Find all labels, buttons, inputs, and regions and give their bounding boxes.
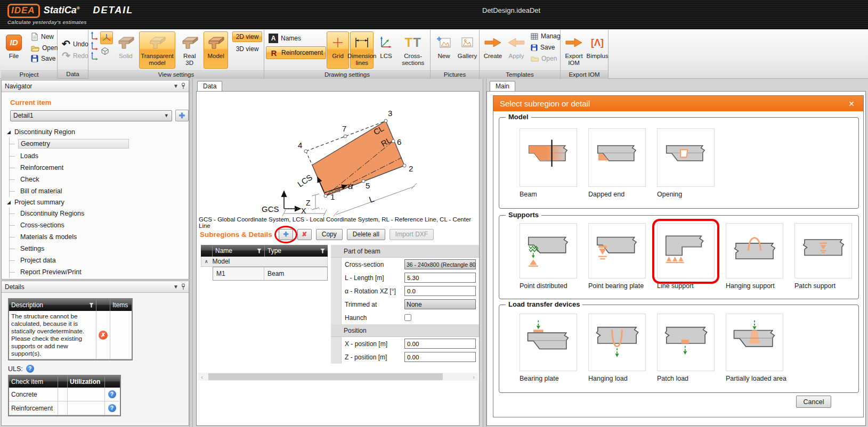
column-header-description[interactable]: Description [9,299,96,311]
copy-button[interactable]: Copy [316,229,343,240]
splitter-left[interactable] [189,79,193,427]
help-icon[interactable]: ? [108,404,116,412]
tree-item-discontinuity-regions[interactable]: Discontinuity Regions [10,208,189,219]
add-detail-button[interactable]: ✚ [175,110,189,121]
beam-card[interactable] [520,128,577,187]
current-item-dropdown[interactable]: Detail1 ▼ [10,110,172,121]
option-hanging-support[interactable]: Hanging support [726,223,783,299]
panel-menu-icon[interactable]: ▼ [171,284,181,290]
option-point-bearing-plate[interactable]: Point bearing plate [588,223,646,299]
splitter-right[interactable] [483,79,486,427]
line-support-card[interactable] [657,223,715,278]
grid-toggle[interactable]: Grid [327,31,349,69]
expander-icon[interactable]: ◢ [7,200,11,205]
tree-item-cross-sections[interactable]: Cross-sections [10,219,189,231]
filter-icon[interactable] [257,249,262,253]
delete-all-button[interactable]: Delete all [347,229,385,240]
cross-sections-button[interactable]: TT Cross-sections [398,31,428,69]
patch-load-card[interactable] [657,314,715,371]
open-button[interactable]: Open [28,43,60,53]
expander-icon[interactable]: ◢ [7,129,11,135]
axonometry-button[interactable] [100,31,113,44]
axis-xz-icon[interactable] [90,42,99,51]
option-partially-loaded-area[interactable]: Partially loaded area [726,314,783,392]
scrollbar-thumb[interactable] [208,373,443,380]
option-patch-load[interactable]: Patch load [657,314,715,392]
dimension-lines-toggle[interactable]: Dimension lines [350,31,374,69]
option-bearing-plate[interactable]: Bearing plate [520,314,577,392]
option-beam[interactable]: Beam [520,128,577,208]
column-header-check-item[interactable]: Check item [9,376,58,388]
tree-item-settings[interactable]: Settings [10,243,189,254]
opening-card[interactable] [657,128,715,187]
bearing-plate-card[interactable] [520,314,577,371]
hanging-support-card[interactable] [726,223,783,278]
option-hanging-load[interactable]: Hanging load [588,314,646,392]
tree-item-check[interactable]: Check [10,174,189,185]
export-iom-button[interactable]: Export IOM [563,31,585,69]
column-header-utilization[interactable]: Utilization [68,376,105,388]
tree-item-project-data[interactable]: Project data [10,254,189,266]
delete-subregion-button[interactable]: ✘ [297,229,312,240]
hanging-load-card[interactable] [588,314,646,371]
column-header-type[interactable]: Type [265,245,328,257]
save-button[interactable]: Save [28,54,60,63]
redo-button[interactable]: ↷Redo [59,51,91,61]
pin-icon[interactable] [181,283,185,290]
cube-view-icon[interactable] [100,46,110,56]
cross-section-dropdown[interactable]: 36 - 240x800 (Rectangle 800, 240) [404,259,476,269]
import-dxf-button[interactable]: Import DXF [390,229,434,240]
tree-item-geometry[interactable]: Geometry [10,137,189,150]
tab-main[interactable]: Main [490,81,515,92]
partially-loaded-area-card[interactable] [726,314,783,371]
template-create-button[interactable]: Create [482,31,504,69]
option-point-distributed[interactable]: Point distributed [520,223,577,299]
point-distributed-card[interactable] [520,223,577,278]
names-toggle[interactable]: A Names [266,32,326,44]
option-dapped-end[interactable]: Dapped end [588,128,646,208]
axis-zy-icon[interactable] [90,52,99,61]
close-icon[interactable]: ✕ [846,100,857,108]
view-3d-button[interactable]: 3D view [232,44,262,54]
collapse-icon[interactable]: ∧ [205,259,208,264]
check-row-concrete[interactable]: Concrete ? [9,388,120,401]
beam-region[interactable] [312,121,404,196]
column-header-items[interactable]: Items [110,299,132,311]
scroll-left-icon[interactable]: ‹ [198,374,206,380]
column-header-name[interactable]: Name [213,245,265,257]
tree-item-loads[interactable]: Loads [10,150,189,162]
tree-item-report-preview-print[interactable]: Report Preview/Print [10,266,189,278]
add-subregion-button[interactable]: ✚ [279,229,293,240]
reinforcement-toggle[interactable]: R Reinforcement [266,46,326,59]
patch-support-card[interactable] [794,223,852,278]
tree-item-bill-of-material[interactable]: Bill of material [10,185,189,197]
message-row[interactable]: The structure cannot be calculated, beca… [9,311,132,359]
option-opening[interactable]: Opening [657,128,715,208]
pin-icon[interactable] [181,83,185,89]
filter-icon[interactable] [320,249,325,253]
picture-new-button[interactable]: New [433,31,455,69]
undo-button[interactable]: ↶Undo [59,39,91,50]
tree-item-project-summary[interactable]: ◢ Project summary [7,197,189,208]
picture-gallery-button[interactable]: Gallery [456,31,478,69]
panel-menu-icon[interactable]: ▼ [171,83,181,89]
z-position-input[interactable] [404,352,476,362]
rotation-input[interactable] [404,286,476,296]
view-2d-button[interactable]: 2D view [232,31,262,42]
lcs-toggle[interactable]: LCS [375,31,397,69]
solid-view-button[interactable]: Solid [113,31,138,69]
new-button[interactable]: New [28,31,60,42]
cancel-button[interactable]: Cancel [796,396,831,408]
transparent-model-button[interactable]: Transparent model [139,31,175,69]
table-row-m1[interactable]: M1 Beam [213,267,328,281]
trimmed-dropdown[interactable]: None [404,299,476,309]
tree-item-reinforcement[interactable]: Reinforcement [10,162,189,174]
tree-item-discontinuity-region[interactable]: ◢ Discontinuity Region [7,127,189,137]
horizontal-scrollbar[interactable]: ‹ › [198,373,478,381]
option-patch-support[interactable]: Patch support [794,223,852,299]
length-input[interactable] [404,273,476,283]
point-bearing-plate-card[interactable] [588,223,646,278]
scroll-right-icon[interactable]: › [469,374,478,380]
bimplus-button[interactable]: [Λ] Bimplus [586,31,609,69]
filter-icon[interactable] [89,303,94,308]
